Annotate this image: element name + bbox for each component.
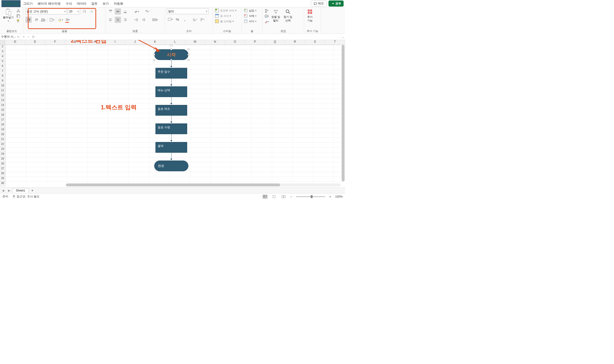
row-header[interactable]: 7 xyxy=(0,69,5,74)
zoom-slider-knob[interactable] xyxy=(311,195,313,198)
vertical-scrollbar[interactable] xyxy=(342,45,345,182)
clear-icon[interactable]: ▾ xyxy=(264,20,269,24)
wrap-text-button[interactable]: ab xyxy=(144,8,151,15)
sheet-nav-next[interactable]: ▶ xyxy=(6,189,12,192)
row-header[interactable]: 29 xyxy=(0,177,5,182)
row-header[interactable]: 20 xyxy=(0,133,5,138)
orientation-button[interactable]: ab ▾ xyxy=(133,8,140,15)
row-header[interactable]: 2 xyxy=(0,45,5,50)
row-header[interactable]: 13 xyxy=(0,99,5,104)
row-header[interactable]: 26 xyxy=(0,162,5,167)
border-button[interactable]: ▾ xyxy=(49,17,55,23)
bold-button[interactable]: 가 xyxy=(25,17,32,23)
sheet-nav-prev[interactable]: ◀ xyxy=(0,189,6,192)
align-right-button[interactable] xyxy=(122,17,128,23)
row-header[interactable]: 14 xyxy=(0,104,5,108)
formula-input[interactable] xyxy=(37,34,341,40)
align-center-button[interactable] xyxy=(115,17,121,23)
decrease-decimal-button[interactable]: .00.0 xyxy=(199,16,206,23)
scrollbar-thumb[interactable] xyxy=(66,183,280,186)
expand-formula-bar-icon[interactable]: ⌄ xyxy=(341,35,345,39)
col-header[interactable]: M xyxy=(185,40,205,45)
col-header[interactable]: L xyxy=(165,40,185,45)
comma-button[interactable]: , xyxy=(182,16,188,23)
zoom-slider[interactable] xyxy=(296,196,325,197)
horizontal-scrollbar[interactable] xyxy=(66,183,341,186)
insert-cells-button[interactable]: 삽입 ▾ xyxy=(244,8,257,13)
shape-process-3[interactable]: 음료 제조 xyxy=(156,105,187,116)
memo-button[interactable]: 메모 xyxy=(311,0,327,7)
col-header[interactable]: P xyxy=(245,40,265,45)
fill-color-button[interactable]: ▾ xyxy=(57,17,64,23)
number-format-select[interactable]: 일반 ▾ xyxy=(167,8,209,14)
normal-view-button[interactable] xyxy=(262,195,268,199)
shape-process-2[interactable]: 메뉴 선택 xyxy=(156,86,187,97)
col-header[interactable]: F xyxy=(45,40,65,45)
sheet-tab-1[interactable]: Sheet1 xyxy=(12,188,29,193)
row-header[interactable]: 27 xyxy=(0,167,5,172)
row-header[interactable]: 3 xyxy=(0,50,5,55)
row-header[interactable]: 4 xyxy=(0,55,5,60)
shape-end-terminator[interactable]: 완료 xyxy=(154,160,188,171)
row-header[interactable]: 30 xyxy=(0,182,5,186)
increase-decimal-button[interactable]: .0.00 xyxy=(192,16,198,23)
col-header[interactable]: T xyxy=(325,40,345,45)
shape-process-5[interactable]: 결제 xyxy=(156,142,187,153)
row-header[interactable]: 22 xyxy=(0,143,5,147)
cut-icon[interactable] xyxy=(16,8,21,13)
col-header[interactable]: E xyxy=(25,40,45,45)
tab-automate[interactable]: 자동화 xyxy=(111,0,126,7)
zoom-in-button[interactable]: + xyxy=(329,195,331,199)
table-format-button[interactable]: 표 서식 ▾ xyxy=(215,14,231,18)
autosum-icon[interactable]: ∑ ▾ xyxy=(264,8,269,13)
tab-view[interactable]: 보기 xyxy=(100,0,111,7)
addins-button[interactable]: 추가 기능 xyxy=(306,8,314,23)
percent-button[interactable]: % xyxy=(174,16,181,23)
row-header[interactable]: 9 xyxy=(0,79,5,84)
row-header[interactable]: 12 xyxy=(0,94,5,99)
row-header[interactable]: 24 xyxy=(0,152,5,157)
row-header[interactable]: 18 xyxy=(0,123,5,128)
delete-cells-button[interactable]: 삭제 ▾ xyxy=(244,14,257,18)
col-header[interactable]: N xyxy=(205,40,225,45)
col-header[interactable]: O xyxy=(225,40,245,45)
scrollbar-thumb[interactable] xyxy=(342,45,345,182)
page-layout-view-button[interactable] xyxy=(272,195,277,199)
accessibility-status[interactable]: 접근성: 조사 필요 xyxy=(12,195,39,199)
font-color-button[interactable]: 가 ▾ xyxy=(65,17,71,23)
row-header[interactable]: 21 xyxy=(0,138,5,143)
zoom-out-button[interactable]: − xyxy=(290,195,292,199)
tab-shape-format[interactable]: 도형 서식 xyxy=(1,0,21,7)
conditional-format-button[interactable]: 조건부 서식 ▾ xyxy=(215,8,236,13)
grow-font-button[interactable]: 가 xyxy=(81,8,87,15)
col-header[interactable]: D xyxy=(5,40,25,45)
row-header[interactable]: 19 xyxy=(0,128,5,133)
tab-formulas[interactable]: 수식 xyxy=(63,0,74,7)
row-header[interactable]: 6 xyxy=(0,65,5,69)
select-all-corner[interactable] xyxy=(0,40,5,45)
add-sheet-button[interactable]: + xyxy=(29,188,36,193)
italic-button[interactable]: 가 xyxy=(33,17,39,23)
sort-filter-button[interactable]: 정렬 및 필터 xyxy=(270,8,281,23)
col-header[interactable]: R xyxy=(285,40,305,45)
format-painter-icon[interactable] xyxy=(16,19,21,23)
align-middle-button[interactable] xyxy=(115,8,121,15)
increase-indent-button[interactable] xyxy=(141,17,147,23)
fx-icon[interactable]: fx xyxy=(32,35,34,39)
name-box[interactable]: 수행의 시... ▾ xyxy=(0,34,20,40)
zoom-level[interactable]: 100% xyxy=(335,195,343,198)
worksheet-grid[interactable]: D E F G H I J K L M N O P Q R S T 234567… xyxy=(0,40,345,187)
find-select-button[interactable]: 찾기 및 선택 xyxy=(283,8,293,23)
tab-page-layout[interactable]: 페이지 레이아웃 xyxy=(35,0,63,7)
row-header[interactable]: 5 xyxy=(0,60,5,65)
copy-icon[interactable] xyxy=(16,14,21,18)
row-header[interactable]: 11 xyxy=(0,89,5,94)
shrink-font-button[interactable]: 가 xyxy=(88,8,95,15)
align-left-button[interactable] xyxy=(107,17,114,23)
row-header[interactable]: 15 xyxy=(0,108,5,113)
font-name-select[interactable]: 맑은 고딕 (본문) ▾ xyxy=(25,9,67,14)
row-header[interactable]: 16 xyxy=(0,113,5,118)
row-header[interactable]: 17 xyxy=(0,118,5,123)
tab-review[interactable]: 검토 xyxy=(89,0,100,7)
fill-icon[interactable]: ▾ xyxy=(264,14,269,18)
